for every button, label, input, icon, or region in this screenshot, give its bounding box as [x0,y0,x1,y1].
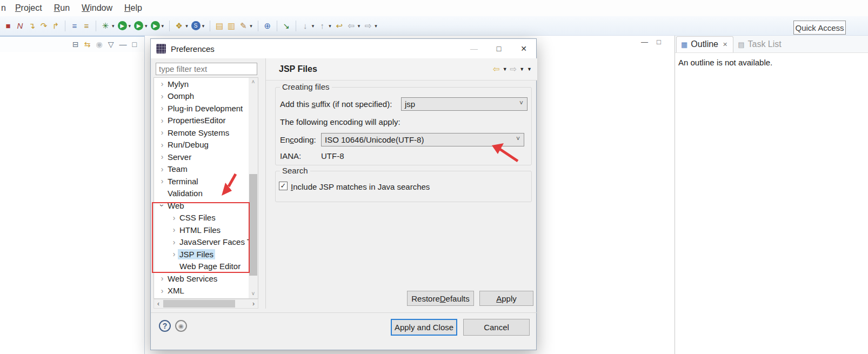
include-jsp-label[interactable]: Include JSP matches in Java searches [291,182,430,191]
maximize-icon[interactable]: □ [132,40,137,49]
expander-icon[interactable]: › [158,177,166,185]
tree-item-run-debug[interactable]: ›Run/Debug [154,139,250,151]
tree-item-terminal[interactable]: ›Terminal [154,175,250,188]
profile-icon[interactable]: ▶ [151,21,160,30]
tree-item-remote-systems[interactable]: ›Remote Systems [154,126,250,139]
tree-item-web[interactable]: ›Web [154,199,250,212]
chevron-down-icon[interactable]: ˅ [516,135,520,143]
maximize-button[interactable]: □ [486,39,511,58]
expander-icon[interactable]: › [158,104,166,112]
debug-icon[interactable]: ✳ [100,21,111,31]
step-into-icon[interactable]: ↴ [26,21,37,31]
help-icon[interactable]: ? [159,320,171,332]
spring-icon[interactable]: S [191,21,201,30]
relaunch-icon[interactable]: N [15,21,25,31]
tree-item-css-files[interactable]: ›CSS Files [154,212,250,224]
suffix-combo[interactable]: jsp ˅ [401,97,528,111]
expander-icon[interactable]: › [158,202,166,209]
new-wizard-dropdown-icon[interactable]: ▾ [185,23,188,29]
include-jsp-checkbox[interactable]: ✓ [279,182,288,190]
tree-item-team[interactable]: ›Team [154,163,250,176]
oomph-settings-icon[interactable]: ◉ [175,320,187,332]
external-tools-icon[interactable]: ✎ [238,21,249,31]
open-file-icon[interactable]: ▤ [214,21,225,31]
tree-vertical-scrollbar[interactable]: ˄ ˅ [249,78,258,298]
last-edit-location-icon[interactable]: ↩ [334,21,345,31]
back-dropdown-icon[interactable]: ▾ [358,23,360,29]
expander-icon[interactable]: › [158,92,166,101]
expander-icon[interactable]: › [158,152,166,161]
minimize-icon[interactable]: — [641,38,648,46]
link-with-editor-icon[interactable]: ⇆ [84,40,91,49]
tree-item-jsp-files[interactable]: ›JSP Files [154,248,250,261]
next-annotation-icon[interactable]: ↓ [300,21,311,31]
scrollbar-thumb[interactable] [163,300,235,308]
tree-item-server[interactable]: ›Server [154,151,250,163]
prev-annotation-icon[interactable]: ↑ [317,21,328,31]
tree-item-xml[interactable]: ›XML [154,285,250,297]
tree-item-html-files[interactable]: ›HTML Files [154,224,250,236]
run-external-icon[interactable]: ↘ [281,21,292,31]
expander-icon[interactable]: › [158,286,166,295]
profile-dropdown-icon[interactable]: ▾ [162,23,164,29]
tree-item-oomph[interactable]: ›Oomph [154,90,250,103]
view-menu-icon[interactable]: ▼ [527,66,532,72]
web-browser-icon[interactable]: ⊕ [262,21,273,31]
external-tools-dropdown-icon[interactable]: ▾ [250,23,252,29]
menu-item-window[interactable]: Window [76,3,118,13]
expander-icon[interactable]: › [170,238,178,246]
next-annotation-dropdown-icon[interactable]: ▾ [312,23,315,29]
minimize-button[interactable]: — [462,39,486,58]
expander-icon[interactable]: › [158,274,166,283]
quick-access-button[interactable]: Quick Access [793,21,846,35]
collapse-all-icon[interactable]: ⊟ [72,40,79,49]
menu-item-clipped[interactable]: n [1,3,9,13]
menu-item-project[interactable]: Project [9,3,48,13]
expander-icon[interactable]: › [158,116,166,125]
new-wizard-icon[interactable]: ❖ [173,21,184,31]
step-return-icon[interactable]: ↱ [50,21,61,31]
expander-icon[interactable]: › [170,213,178,222]
focus-icon[interactable]: ◉ [96,40,103,49]
tree-item-validation[interactable]: Validation [154,188,250,200]
close-button[interactable]: ✕ [511,39,536,58]
forward-icon[interactable]: ⇨ [510,64,517,74]
cancel-button[interactable]: Cancel [463,319,530,336]
step-over-icon[interactable]: ↷ [38,21,49,31]
expander-icon[interactable]: › [158,79,166,88]
scroll-down-icon[interactable]: ˅ [249,290,258,298]
forward-dropdown-icon[interactable]: ▼ [519,66,524,72]
minimize-icon[interactable]: — [119,40,127,49]
spring-dropdown-icon[interactable]: ▾ [202,23,205,29]
scroll-up-icon[interactable]: ˄ [249,78,258,86]
restore-defaults-button[interactable]: Restore Defaults [407,291,474,306]
forward-dropdown-icon[interactable]: ▾ [375,23,377,29]
run-icon[interactable]: ▶ [118,21,127,30]
import-file-icon[interactable]: ▥ [226,21,237,31]
close-icon[interactable]: ✕ [723,41,727,48]
expander-icon[interactable]: › [158,165,166,173]
tree-item-web-page-editor[interactable]: Web Page Editor [154,261,250,273]
scroll-left-icon[interactable]: ‹ [154,299,163,308]
filter-input[interactable] [156,63,257,75]
expander-icon[interactable]: › [158,128,166,137]
pin-console-icon[interactable]: ≡ [81,21,92,31]
tree-item-javaserver-faces-t[interactable]: ›JavaServer Faces T [154,236,250,249]
run-dropdown-icon[interactable]: ▾ [129,23,131,29]
tree-item-web-services[interactable]: ›Web Services [154,272,250,285]
apply-and-close-button[interactable]: Apply and Close [391,319,457,336]
debug-dropdown-icon[interactable]: ▾ [112,23,115,29]
back-icon[interactable]: ⇦ [493,64,500,74]
apply-button[interactable]: Apply [479,291,533,306]
tab-task-list[interactable]: ▤Task List [733,37,787,52]
encoding-combo[interactable]: ISO 10646/Unicode(UTF-8) ˅ [321,133,524,146]
view-menu-icon[interactable]: ▽ [108,40,114,49]
tree-item-propertieseditor[interactable]: ›PropertiesEditor [154,115,250,127]
coverage-icon[interactable]: ▶ [134,21,143,30]
tree-item-plug-in-development[interactable]: ›Plug-in Development [154,102,250,115]
chevron-down-icon[interactable]: ˅ [519,99,523,107]
expander-icon[interactable]: › [170,225,178,234]
tree-horizontal-scrollbar[interactable]: ‹ › [153,299,258,309]
scroll-right-icon[interactable]: › [249,299,258,308]
tab-outline[interactable]: ▦Outline✕ [676,36,733,52]
